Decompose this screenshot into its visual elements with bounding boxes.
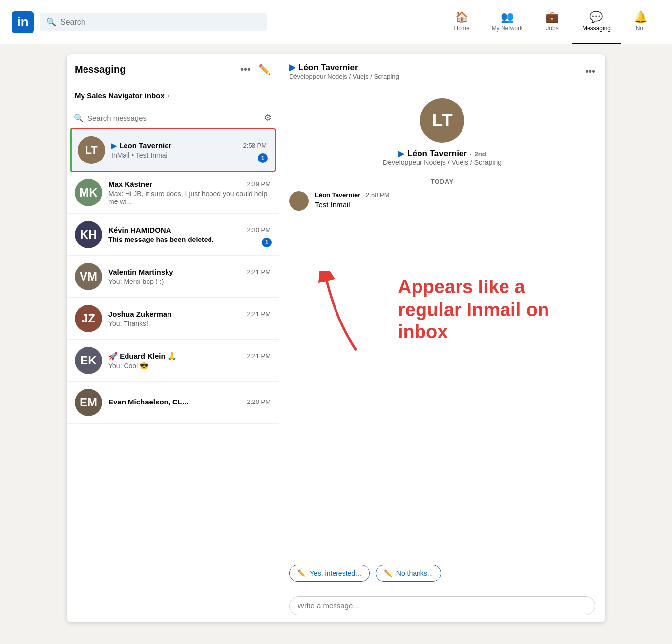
messaging-title: Messaging xyxy=(75,64,240,75)
msg-preview-valentin: You: Merci bcp ! :) xyxy=(108,278,271,285)
bubble-text: Test Inmail xyxy=(315,201,390,209)
msg-time-joshua: 2:21 PM xyxy=(247,310,271,318)
bubble-sender-name: Léon Tavernier xyxy=(315,191,360,199)
reply-input[interactable] xyxy=(289,596,595,615)
msg-time-max: 2:39 PM xyxy=(247,180,271,188)
avatar-max: MK xyxy=(75,179,102,206)
profile-inmail-icon: ▶ xyxy=(398,149,404,158)
header-icons: ••• ✏️ xyxy=(240,63,271,75)
nav-item-jobs[interactable]: 💼 Jobs xyxy=(533,0,572,44)
annotation-text: Appears like a regular Inmail on inbox xyxy=(398,276,586,344)
more-options-icon[interactable]: ••• xyxy=(240,64,251,75)
msg-name-max: Max Kästner xyxy=(108,180,152,188)
chat-header-info: ▶ Léon Tavernier Développeur Nodejs / Vu… xyxy=(289,62,585,80)
reply-bar xyxy=(279,589,605,622)
chat-more-options-icon[interactable]: ••• xyxy=(585,66,595,77)
profile-name: ▶ Léon Tavernier · 2nd xyxy=(398,149,486,159)
profile-desc: Développeur Nodejs / Vuejs / Scraping xyxy=(383,159,502,166)
conversation-item-valentin[interactable]: VM Valentin Martinsky 2:21 PM You: Merci… xyxy=(67,256,279,298)
left-panel-header: Messaging ••• ✏️ xyxy=(67,54,279,84)
inmail-icon: ▶ xyxy=(111,142,117,150)
nav-item-my-network[interactable]: 👥 My Network xyxy=(482,0,533,44)
chevron-right-icon: › xyxy=(168,92,170,100)
search-bar[interactable]: 🔍 xyxy=(40,13,267,31)
right-panel: ▶ Léon Tavernier Développeur Nodejs / Vu… xyxy=(279,54,605,622)
messaging-container: Messaging ••• ✏️ My Sales Navigator inbo… xyxy=(67,54,605,622)
pencil-icon-yes: ✏️ xyxy=(297,569,306,577)
search-messages-icon: 🔍 xyxy=(74,113,84,122)
avatar-leon: LT xyxy=(78,136,105,164)
my-network-icon: 👥 xyxy=(501,11,514,24)
search-messages-input[interactable] xyxy=(87,114,260,122)
top-nav: in 🔍 🏠 Home 👥 My Network 💼 Jobs 💬 Messag… xyxy=(0,0,672,44)
msg-name-joshua: Joshua Zukerman xyxy=(108,310,171,318)
nav-items: 🏠 Home 👥 My Network 💼 Jobs 💬 Messaging 🔔… xyxy=(442,0,660,44)
avatar-evan: EM xyxy=(75,389,102,416)
chat-inmail-icon: ▶ xyxy=(289,62,295,73)
msg-content-eduard: 🚀 Eduard Klein 🙏 2:21 PM You: Cool 😎 xyxy=(108,352,271,370)
left-panel: Messaging ••• ✏️ My Sales Navigator inbo… xyxy=(67,54,279,622)
chat-header: ▶ Léon Tavernier Développeur Nodejs / Vu… xyxy=(279,54,605,88)
quick-reply-no[interactable]: ✏️ No thanks... xyxy=(376,565,442,582)
conversation-item-leon[interactable]: LT ▶ Léon Tavernier 2:58 PM InMail • Tes… xyxy=(70,128,276,172)
arrow-annotation xyxy=(307,271,366,362)
bubble-sender-time: Léon Tavernier · 2:58 PM xyxy=(315,191,390,199)
profile-avatar: LT xyxy=(420,98,464,143)
bubble-avatar xyxy=(289,191,309,211)
msg-time-eduard: 2:21 PM xyxy=(247,352,271,360)
chat-body: LT ▶ Léon Tavernier · 2nd Développeur No… xyxy=(279,88,605,560)
bubble-time: 2:58 PM xyxy=(366,191,389,199)
conversation-item-max[interactable]: MK Max Kästner 2:39 PM Max: Hi JB, it su… xyxy=(67,172,279,214)
message-list: LT ▶ Léon Tavernier 2:58 PM InMail • Tes… xyxy=(67,128,279,424)
msg-preview-eduard: You: Cool 😎 xyxy=(108,362,271,370)
msg-preview-joshua: You: Thanks! xyxy=(108,320,271,327)
day-separator: TODAY xyxy=(289,178,595,185)
msg-content-joshua: Joshua Zukerman 2:21 PM You: Thanks! xyxy=(108,310,271,327)
quick-replies: ✏️ Yes, interested... ✏️ No thanks... xyxy=(279,560,605,589)
conversation-item-joshua[interactable]: JZ Joshua Zukerman 2:21 PM You: Thanks! xyxy=(67,298,279,340)
conversation-item-eduard[interactable]: EK 🚀 Eduard Klein 🙏 2:21 PM You: Cool 😎 xyxy=(67,340,279,382)
avatar-valentin: VM xyxy=(75,263,102,290)
nav-item-messaging[interactable]: 💬 Messaging xyxy=(572,0,621,44)
avatar-kevin: KH xyxy=(75,221,102,248)
profile-card: LT ▶ Léon Tavernier · 2nd Développeur No… xyxy=(289,98,595,166)
msg-content-leon: ▶ Léon Tavernier 2:58 PM InMail • Test I… xyxy=(111,141,267,159)
quick-reply-yes[interactable]: ✏️ Yes, interested... xyxy=(289,565,370,582)
msg-time-kevin: 2:30 PM xyxy=(247,226,271,234)
msg-content-evan: Evan Michaelson, CL... 2:20 PM xyxy=(108,398,271,407)
search-input[interactable] xyxy=(60,18,260,27)
message-row: Léon Tavernier · 2:58 PM Test Inmail xyxy=(289,191,595,211)
compose-icon[interactable]: ✏️ xyxy=(258,63,271,75)
msg-content-kevin: Kévin HAMIDONA 2:30 PM This message has … xyxy=(108,226,271,243)
chat-name: ▶ Léon Tavernier xyxy=(289,62,585,73)
avatar-joshua: JZ xyxy=(75,305,102,332)
msg-name-valentin: Valentin Martinsky xyxy=(108,268,173,276)
msg-name-leon: ▶ Léon Tavernier xyxy=(111,141,171,150)
conversation-item-kevin[interactable]: KH Kévin HAMIDONA 2:30 PM This message h… xyxy=(67,214,279,256)
msg-time-evan: 2:20 PM xyxy=(247,398,271,405)
msg-content-valentin: Valentin Martinsky 2:21 PM You: Merci bc… xyxy=(108,268,271,285)
msg-preview-leon: InMail • Test Inmail xyxy=(111,151,267,159)
sales-nav-bar[interactable]: My Sales Navigator inbox › xyxy=(67,84,279,107)
bubble-content: Léon Tavernier · 2:58 PM Test Inmail xyxy=(315,191,390,209)
home-icon: 🏠 xyxy=(455,11,468,24)
filter-icon[interactable]: ⚙ xyxy=(264,112,272,123)
notification-icon: 🔔 xyxy=(634,11,647,24)
sales-nav-text: My Sales Navigator inbox xyxy=(75,91,165,100)
jobs-icon: 💼 xyxy=(546,11,559,24)
nav-item-home[interactable]: 🏠 Home xyxy=(442,0,482,44)
msg-top-row: ▶ Léon Tavernier 2:58 PM xyxy=(111,141,267,150)
avatar-eduard: EK xyxy=(75,347,102,374)
contact-degree: 2nd xyxy=(475,150,486,158)
conversation-item-evan[interactable]: EM Evan Michaelson, CL... 2:20 PM xyxy=(67,382,279,424)
chat-subtitle: Développeur Nodejs / Vuejs / Scraping xyxy=(289,73,585,80)
messaging-icon: 💬 xyxy=(589,11,603,24)
nav-item-notifications[interactable]: 🔔 Not xyxy=(621,0,660,44)
msg-name-eduard: 🚀 Eduard Klein 🙏 xyxy=(108,352,177,361)
linkedin-logo[interactable]: in xyxy=(12,11,34,33)
search-icon: 🔍 xyxy=(46,17,56,27)
msg-preview-max: Max: Hi JB, it sure does, I just hoped y… xyxy=(108,190,271,205)
msg-preview-kevin: This message has been deleted. xyxy=(108,236,271,243)
msg-time-valentin: 2:21 PM xyxy=(247,268,271,276)
main-content: Messaging ••• ✏️ My Sales Navigator inbo… xyxy=(0,44,672,632)
